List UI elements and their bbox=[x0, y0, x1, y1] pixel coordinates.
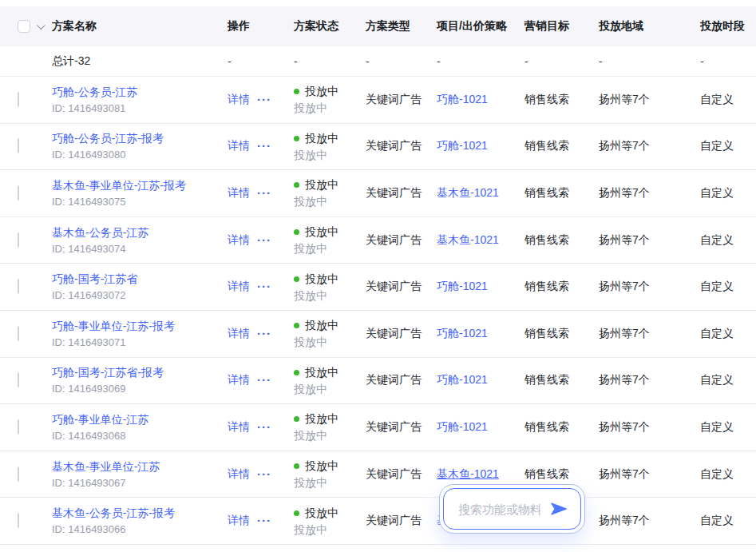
detail-link[interactable]: 详情 bbox=[228, 233, 250, 248]
status-text: 投放中 bbox=[305, 317, 338, 334]
project-link[interactable]: 基木鱼-1021 bbox=[437, 233, 499, 246]
total-dash-time: - bbox=[700, 55, 756, 68]
total-dash-operation: - bbox=[228, 55, 294, 68]
more-actions-icon[interactable]: ··· bbox=[257, 423, 271, 431]
plan-type: 关键词广告 bbox=[366, 233, 437, 248]
send-button[interactable] bbox=[548, 498, 569, 519]
plan-name-link[interactable]: 巧舱-公务员-江苏 bbox=[52, 84, 220, 101]
row-checkbox[interactable] bbox=[18, 232, 19, 248]
row-checkbox[interactable] bbox=[18, 92, 19, 107]
more-actions-icon[interactable]: ··· bbox=[257, 189, 271, 197]
table-row: 巧舱-事业单位-江苏 ID: 1416493068 详情 ··· 投放中 投放中… bbox=[0, 404, 756, 451]
project-link[interactable]: 基木鱼-1021 bbox=[437, 186, 499, 199]
detail-link[interactable]: 详情 bbox=[228, 373, 250, 387]
status-text: 投放中 bbox=[305, 364, 338, 381]
time-range: 自定义 bbox=[700, 514, 756, 528]
status-text: 投放中 bbox=[305, 224, 338, 240]
row-checkbox[interactable] bbox=[18, 138, 19, 153]
status-subtext: 投放中 bbox=[294, 288, 358, 304]
project-link[interactable]: 巧舱-1021 bbox=[437, 139, 488, 152]
row-checkbox[interactable] bbox=[18, 467, 19, 482]
detail-link[interactable]: 详情 bbox=[228, 420, 250, 435]
more-actions-icon[interactable]: ··· bbox=[257, 96, 271, 104]
plan-name-link[interactable]: 基木鱼-事业单位-江苏-报考 bbox=[52, 177, 220, 194]
plan-name-link[interactable]: 巧舱-事业单位-江苏 bbox=[52, 411, 220, 428]
project-link[interactable]: 基木鱼-1021 bbox=[437, 467, 499, 480]
project-link[interactable]: 巧舱-1021 bbox=[437, 327, 488, 340]
plan-name-link[interactable]: 巧舱-国考-江苏省-报考 bbox=[52, 364, 220, 381]
total-dash-status: - bbox=[294, 55, 366, 68]
plan-name-link[interactable]: 巧舱-事业单位-江苏-报考 bbox=[52, 318, 220, 335]
status-subtext: 投放中 bbox=[294, 334, 358, 350]
status-text: 投放中 bbox=[305, 130, 338, 147]
time-range: 自定义 bbox=[700, 280, 756, 294]
region: 扬州等7个 bbox=[599, 467, 700, 482]
table-row: 巧舱-国考-江苏省-报考 ID: 1416493069 详情 ··· 投放中 投… bbox=[0, 358, 756, 405]
status-dot-icon bbox=[294, 416, 299, 422]
status-subtext: 投放中 bbox=[294, 147, 358, 163]
detail-link[interactable]: 详情 bbox=[228, 514, 250, 528]
header-col-region: 投放地域 bbox=[599, 19, 700, 34]
plan-type: 关键词广告 bbox=[366, 280, 437, 294]
total-dash-region: - bbox=[599, 55, 700, 68]
table-row: 巧舱-公务员-江苏-报考 ID: 1416493080 详情 ··· 投放中 投… bbox=[0, 124, 756, 171]
plan-name-link[interactable]: 巧舱-国考-江苏省 bbox=[52, 271, 220, 288]
plan-name-link[interactable]: 基木鱼-公务员-江苏 bbox=[52, 224, 220, 241]
detail-link[interactable]: 详情 bbox=[228, 327, 250, 341]
table-row: 基木鱼-公务员-江苏 ID: 1416493074 详情 ··· 投放中 投放中… bbox=[0, 217, 756, 264]
time-range: 自定义 bbox=[700, 467, 756, 482]
table-row: 基木鱼-事业单位-江苏-报考 ID: 1416493075 详情 ··· 投放中… bbox=[0, 170, 756, 217]
row-checkbox[interactable] bbox=[18, 419, 19, 435]
status-dot-icon bbox=[294, 229, 299, 235]
table-row: 巧舱-事业单位-江苏-报考 ID: 1416493071 详情 ··· 投放中 … bbox=[0, 311, 756, 358]
marketing-goal: 销售线索 bbox=[524, 280, 599, 294]
plan-id: ID: 1416493071 bbox=[52, 335, 220, 350]
time-range: 自定义 bbox=[700, 327, 756, 341]
region: 扬州等7个 bbox=[599, 186, 700, 201]
marketing-goal: 销售线索 bbox=[524, 139, 599, 153]
status-text: 投放中 bbox=[305, 83, 338, 100]
more-actions-icon[interactable]: ··· bbox=[257, 236, 271, 244]
more-actions-icon[interactable]: ··· bbox=[257, 471, 271, 479]
row-checkbox[interactable] bbox=[18, 326, 19, 341]
detail-link[interactable]: 详情 bbox=[228, 139, 250, 153]
project-link[interactable]: 巧舱-1021 bbox=[437, 280, 488, 292]
status-dot-icon bbox=[294, 510, 299, 516]
plan-id: ID: 1416493074 bbox=[52, 241, 220, 256]
header-col-type: 方案类型 bbox=[366, 19, 437, 34]
header-col-plan-name: 方案名称 bbox=[52, 19, 228, 34]
plan-name-link[interactable]: 基木鱼-公务员-江苏-报考 bbox=[52, 505, 220, 522]
total-dash-type: - bbox=[366, 55, 437, 68]
detail-link[interactable]: 详情 bbox=[228, 93, 250, 107]
plan-name-link[interactable]: 基木鱼-事业单位-江苏 bbox=[52, 459, 220, 475]
chevron-down-icon[interactable] bbox=[37, 21, 46, 30]
more-actions-icon[interactable]: ··· bbox=[257, 142, 271, 150]
marketing-goal: 销售线索 bbox=[524, 186, 599, 201]
row-checkbox[interactable] bbox=[18, 279, 19, 294]
search-input[interactable] bbox=[458, 502, 540, 516]
row-checkbox[interactable] bbox=[18, 513, 19, 528]
project-link[interactable]: 巧舱-1021 bbox=[437, 373, 488, 386]
detail-link[interactable]: 详情 bbox=[228, 186, 250, 201]
more-actions-icon[interactable]: ··· bbox=[257, 283, 271, 291]
more-actions-icon[interactable]: ··· bbox=[257, 330, 271, 338]
status-subtext: 投放中 bbox=[294, 475, 358, 490]
time-range: 自定义 bbox=[700, 373, 756, 387]
time-range: 自定义 bbox=[700, 186, 756, 201]
detail-link[interactable]: 详情 bbox=[228, 467, 250, 482]
row-checkbox[interactable] bbox=[18, 185, 19, 201]
row-checkbox[interactable] bbox=[18, 372, 19, 387]
plan-id: ID: 1416493066 bbox=[52, 522, 220, 537]
more-actions-icon[interactable]: ··· bbox=[257, 376, 271, 384]
more-actions-icon[interactable]: ··· bbox=[257, 517, 271, 525]
table-row: 基木鱼-公务员-江苏-报考 ID: 1416493066 详情 ··· 投放中 … bbox=[0, 498, 756, 545]
plan-id: ID: 1416493075 bbox=[52, 194, 220, 209]
detail-link[interactable]: 详情 bbox=[228, 280, 250, 294]
project-link[interactable]: 巧舱-1021 bbox=[437, 93, 488, 105]
plan-type: 关键词广告 bbox=[366, 467, 437, 482]
header-col-operation: 操作 bbox=[228, 19, 294, 34]
project-link[interactable]: 巧舱-1021 bbox=[437, 420, 488, 433]
plan-name-link[interactable]: 巧舱-公务员-江苏-报考 bbox=[52, 130, 220, 147]
region: 扬州等7个 bbox=[599, 280, 700, 294]
select-all-checkbox[interactable] bbox=[18, 20, 30, 33]
